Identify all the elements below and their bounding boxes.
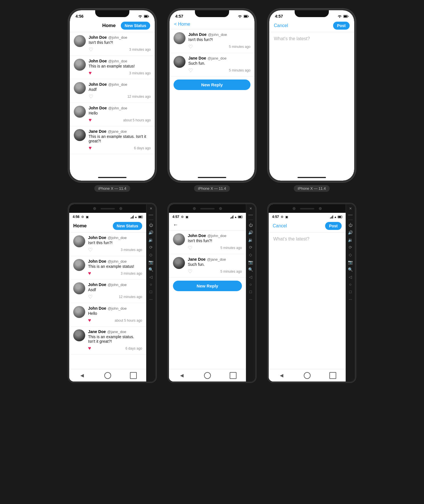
power-icon[interactable]: ⏻	[148, 222, 154, 228]
android-post-button[interactable]: Post	[325, 222, 342, 230]
android-recents-button-3[interactable]	[329, 372, 336, 379]
android-feed-names-2: John Doe @john_doe	[88, 282, 142, 287]
square-icon-2[interactable]: □	[248, 289, 254, 295]
android-thread-name-0: John Doe	[188, 233, 206, 238]
camera-icon[interactable]: 📷	[148, 259, 154, 265]
shape-icon-3[interactable]: ◇	[348, 252, 353, 258]
shape-icon-2[interactable]: ◇	[248, 252, 254, 258]
android-back-button[interactable]: ←	[173, 222, 178, 228]
android-new-reply-button[interactable]: New Reply	[173, 281, 242, 291]
post-button[interactable]: Post	[333, 22, 350, 30]
battery-fill-3	[338, 216, 341, 218]
recents-button[interactable]	[130, 372, 137, 379]
android-new-status-button[interactable]: New Status	[113, 222, 142, 230]
shape-icon[interactable]: ◇	[148, 252, 154, 258]
volume-down-icon-3[interactable]: 🔉	[348, 237, 353, 243]
android-like-2[interactable]: ♡	[88, 294, 93, 300]
android-avatar-j1	[73, 259, 85, 271]
camera-icon-2[interactable]: 📷	[248, 259, 254, 265]
volume-down-icon[interactable]: 🔉	[148, 237, 154, 243]
volume-icon-3[interactable]: 🔊	[348, 230, 353, 235]
android-like-0[interactable]: ♡	[88, 247, 93, 253]
iphone-thread-feed: John Doe @john_doe Isn't this fun?! ♡ 5 …	[170, 29, 254, 174]
battery-icon-a	[138, 216, 143, 218]
back-nav-icon-3[interactable]: ◁	[348, 274, 353, 280]
volume-down-icon-2[interactable]: 🔉	[248, 237, 254, 243]
android-home-button-2[interactable]	[204, 372, 211, 379]
android-recents-button-2[interactable]	[230, 372, 237, 379]
android-feed-actions-2: ♡ 12 minutes ago	[88, 294, 142, 300]
feed-handle-1: @john_doe	[108, 59, 127, 63]
new-status-button[interactable]: New Status	[121, 22, 150, 30]
avatar-john-0	[74, 35, 86, 47]
android-like-4[interactable]: ♥	[88, 345, 91, 351]
power-icon-3[interactable]: ⏻	[348, 222, 353, 228]
rotate-icon-2[interactable]: ⟳	[248, 244, 254, 250]
android-top-bezel-2	[169, 204, 246, 213]
like-icon-1[interactable]: ♥	[89, 70, 92, 76]
android-home-button-3[interactable]	[304, 372, 311, 379]
android-like-3[interactable]: ♥	[88, 317, 91, 323]
avatar-john-t0	[174, 32, 186, 44]
window-minimize-icon[interactable]: —	[149, 212, 153, 217]
window-close-icon[interactable]: ✕	[150, 207, 152, 211]
circle-icon[interactable]: ○	[148, 281, 154, 287]
android-thread-feed: John Doe @john_doe Isn't this fun?! ♡ 5 …	[169, 230, 246, 369]
wifi-icon	[138, 15, 142, 18]
camera-icon-3[interactable]: 📷	[348, 259, 353, 265]
thread-like-1[interactable]: ♡	[188, 67, 193, 74]
android-compose-device: 4:57 ⚙ ▣ ▲ Cancel	[268, 203, 356, 383]
more-icon-2[interactable]: ···	[248, 296, 254, 302]
iphone-home-screen: 4:56	[70, 10, 155, 181]
rotate-icon-3[interactable]: ⟳	[348, 244, 353, 250]
rotate-icon[interactable]: ⟳	[148, 244, 154, 250]
android-thread-like-1[interactable]: ♡	[188, 268, 192, 275]
window-close-icon-2[interactable]: ✕	[249, 207, 252, 211]
nav-back-button[interactable]: < Home	[174, 22, 190, 27]
like-icon-3[interactable]: ♥	[89, 117, 92, 123]
thread-like-0[interactable]: ♡	[188, 44, 193, 50]
feed-item-4: Jane Doe @jane_doe This is an example st…	[70, 126, 155, 154]
back-button[interactable]: ◀	[79, 372, 85, 379]
more-icon[interactable]: ···	[148, 296, 154, 302]
square-icon-3[interactable]: □	[348, 289, 353, 295]
android-thread-like-0[interactable]: ♡	[188, 245, 192, 251]
window-close-icon-3[interactable]: ✕	[349, 207, 352, 211]
home-button[interactable]	[104, 372, 111, 379]
volume-icon-2[interactable]: 🔊	[248, 230, 254, 235]
android-compose-placeholder: What's the latest?	[273, 236, 309, 241]
zoom-icon-2[interactable]: 🔍	[248, 267, 254, 272]
circle-icon-3[interactable]: ○	[348, 281, 353, 287]
android-status-bar: 4:56 ⚙ ▣ ▲	[69, 213, 146, 221]
thread-time-0: 5 minutes ago	[229, 45, 250, 49]
android-compose-area[interactable]: What's the latest?	[269, 232, 346, 369]
like-icon-4[interactable]: ♥	[89, 145, 92, 151]
android-cancel-button[interactable]: Cancel	[273, 223, 287, 228]
new-reply-button[interactable]: New Reply	[174, 79, 250, 90]
circle-icon-2[interactable]: ○	[248, 281, 254, 287]
zoom-icon-3[interactable]: 🔍	[348, 267, 353, 272]
android-top-bezel-3	[269, 204, 346, 213]
window-minimize-icon-2[interactable]: —	[248, 212, 253, 217]
android-settings-icon: ⚙	[81, 215, 84, 219]
cancel-button[interactable]: Cancel	[274, 23, 288, 28]
android-thread-actions-0: ♡ 5 minutes ago	[188, 245, 242, 251]
android-back-button-3[interactable]: ◀	[278, 372, 285, 379]
more-icon-3[interactable]: ···	[348, 296, 353, 302]
back-nav-icon[interactable]: ◁	[148, 274, 154, 280]
power-icon-2[interactable]: ⏻	[248, 222, 254, 228]
like-icon-0[interactable]: ♡	[89, 46, 93, 53]
android-status-left-2: 4:57 ⚙ ▣	[172, 215, 188, 219]
android-back-button-2[interactable]: ◀	[178, 372, 185, 379]
compose-area[interactable]: What's the latest?	[269, 32, 354, 174]
square-icon[interactable]: □	[148, 289, 154, 295]
android-like-1[interactable]: ♥	[88, 270, 91, 276]
back-nav-icon-2[interactable]: ◁	[248, 274, 254, 280]
zoom-icon[interactable]: 🔍	[148, 267, 154, 272]
like-icon-2[interactable]: ♡	[89, 93, 93, 100]
window-minimize-icon-3[interactable]: —	[348, 212, 353, 217]
feed-time-1: 3 minutes ago	[129, 71, 151, 75]
lte-icon-2: ▲	[234, 215, 237, 219]
android-feed-item-2: John Doe @john_doe Asdf ♡ 12 minutes ago	[69, 279, 146, 303]
volume-icon[interactable]: 🔊	[148, 230, 154, 235]
